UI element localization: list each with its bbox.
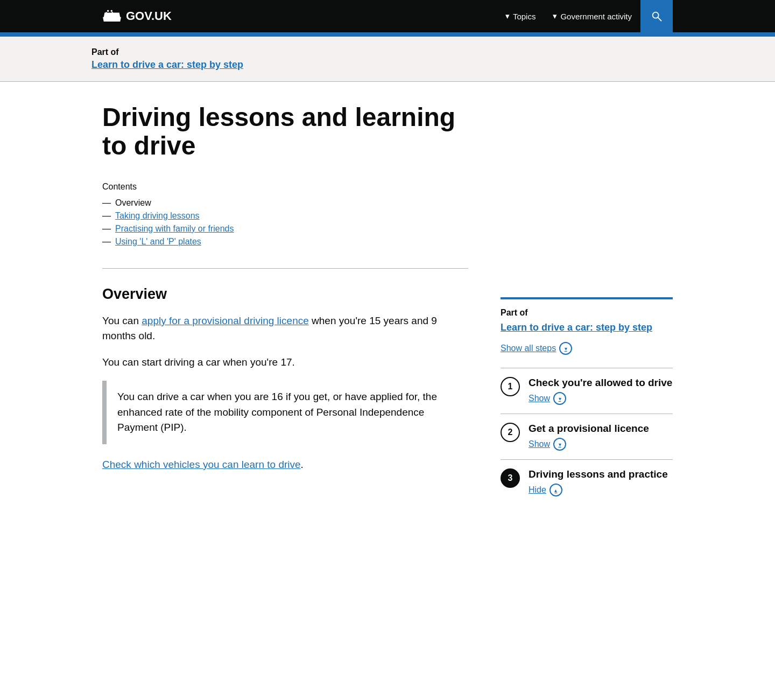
step-number-2: 2 (501, 423, 520, 442)
step-title-1: Check you're allowed to drive (529, 377, 673, 389)
step-item-2: 2 Get a provisional licence Show ▾ (501, 414, 673, 459)
step-title-2: Get a provisional licence (529, 423, 673, 435)
svg-line-1 (658, 17, 661, 20)
logo-text: GOV.UK (126, 9, 172, 23)
overview-heading: Overview (102, 286, 468, 303)
part-of-banner-link[interactable]: Learn to drive a car: step by step (91, 59, 243, 70)
contents-item-2: — Practising with family or friends (102, 224, 468, 234)
callout-text: You can drive a car when you are 16 if y… (117, 389, 457, 436)
contents-item-link-3[interactable]: Using 'L' and 'P' plates (115, 237, 201, 247)
topics-chevron: ▾ (505, 11, 510, 21)
page-title: Driving lessons and learning to drive (102, 103, 468, 160)
contents-dash-2: — (102, 224, 111, 234)
topics-nav-button[interactable]: ▾ Topics (497, 0, 545, 32)
sidebar: Part of Learn to drive a car: step by st… (501, 103, 673, 505)
content-area: Driving lessons and learning to drive Co… (102, 103, 468, 505)
show-all-steps-label: Show all steps (501, 344, 556, 353)
part-of-banner-label: Part of (91, 47, 684, 57)
search-icon (651, 10, 663, 22)
gov-uk-logo[interactable]: GOV.UK (102, 6, 497, 26)
overview-para-3: Check which vehicles you can learn to dr… (102, 457, 468, 473)
search-button[interactable] (640, 0, 673, 32)
overview-para3-suffix: . (301, 459, 304, 470)
govt-activity-nav-button[interactable]: ▾ Government activity (544, 0, 640, 32)
govt-activity-chevron: ▾ (553, 11, 557, 21)
step-content-2: Get a provisional licence Show ▾ (529, 423, 673, 451)
contents-item-1: — Taking driving lessons (102, 211, 468, 221)
part-of-banner: Part of Learn to drive a car: step by st… (0, 37, 775, 82)
sidebar-part-of: Part of Learn to drive a car: step by st… (501, 297, 673, 355)
main-container: Driving lessons and learning to drive Co… (91, 82, 684, 537)
step-1-show-button[interactable]: Show ▾ (529, 392, 566, 405)
contents-item-link-2[interactable]: Practising with family or friends (115, 224, 234, 234)
step-title-3: Driving lessons and practice (529, 468, 673, 480)
step-content-3: Driving lessons and practice Hide ▴ (529, 468, 673, 496)
steps-list: 1 Check you're allowed to drive Show ▾ 2… (501, 368, 673, 505)
contents-item-label-0: Overview (115, 198, 151, 208)
contents-heading: Contents (102, 182, 468, 192)
overview-para-2: You can start driving a car when you're … (102, 355, 468, 370)
show-all-steps-chevron-icon: ▾ (559, 342, 572, 355)
blue-bar (0, 32, 775, 37)
step-2-chevron-icon: ▾ (553, 438, 566, 451)
contents-item-3: — Using 'L' and 'P' plates (102, 237, 468, 247)
contents-dash-3: — (102, 237, 111, 247)
callout-box: You can drive a car when you are 16 if y… (102, 381, 468, 444)
overview-para-1: You can apply for a provisional driving … (102, 313, 468, 344)
crown-icon (102, 6, 122, 26)
overview-para1-prefix: You can (102, 315, 142, 326)
check-vehicles-link[interactable]: Check which vehicles you can learn to dr… (102, 459, 301, 470)
sidebar-part-link[interactable]: Learn to drive a car: step by step (501, 322, 673, 333)
contents-list: — Overview — Taking driving lessons — Pr… (102, 198, 468, 247)
step-number-1: 1 (501, 377, 520, 396)
provisional-licence-link[interactable]: apply for a provisional driving licence (142, 315, 309, 326)
step-3-chevron-icon: ▴ (549, 484, 562, 496)
step-item-3: 3 Driving lessons and practice Hide ▴ (501, 459, 673, 505)
main-nav: ▾ Topics ▾ Government activity (497, 0, 673, 32)
overview-section: Overview You can apply for a provisional… (102, 286, 468, 473)
step-item-1: 1 Check you're allowed to drive Show ▾ (501, 368, 673, 414)
step-3-toggle-label: Hide (529, 485, 546, 495)
step-1-toggle-label: Show (529, 394, 550, 403)
govt-activity-label: Government activity (560, 12, 632, 21)
step-number-3: 3 (501, 468, 520, 488)
contents-item-overview: — Overview (102, 198, 468, 208)
show-all-steps-button[interactable]: Show all steps ▾ (501, 342, 572, 355)
site-header: GOV.UK ▾ Topics ▾ Government activity (0, 0, 775, 32)
sidebar-part-label: Part of (501, 308, 673, 318)
contents-dash-0: — (102, 198, 111, 208)
step-1-chevron-icon: ▾ (553, 392, 566, 405)
contents-nav: Contents — Overview — Taking driving les… (102, 182, 468, 247)
step-3-hide-button[interactable]: Hide ▴ (529, 484, 562, 496)
contents-dash-1: — (102, 211, 111, 221)
step-2-show-button[interactable]: Show ▾ (529, 438, 566, 451)
topics-label: Topics (513, 12, 536, 21)
step-2-toggle-label: Show (529, 439, 550, 449)
section-divider (102, 268, 468, 269)
step-content-1: Check you're allowed to drive Show ▾ (529, 377, 673, 405)
contents-item-link-1[interactable]: Taking driving lessons (115, 211, 200, 221)
